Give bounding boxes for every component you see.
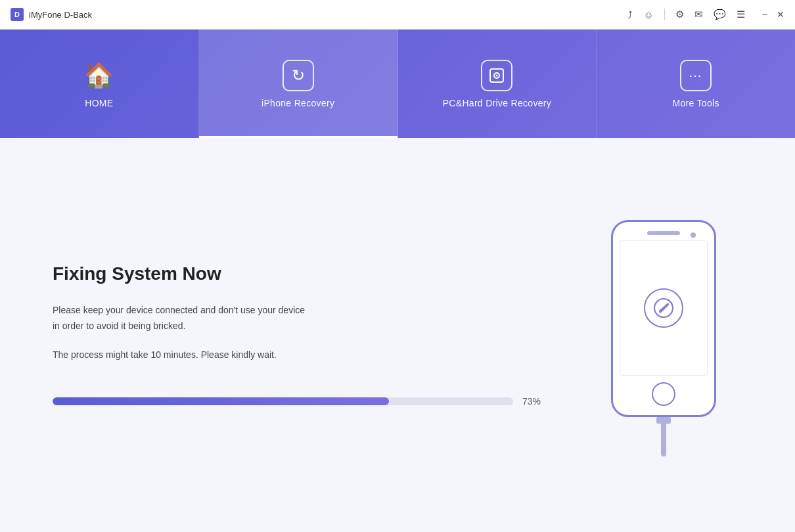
more-tools-icon: ⋯: [680, 60, 712, 91]
iphone-recovery-icon: ↻: [283, 60, 314, 91]
phone-body: [611, 220, 716, 417]
phone-screen: [620, 240, 708, 376]
mail-icon[interactable]: ✉: [694, 9, 703, 20]
minimize-button[interactable]: −: [762, 9, 767, 20]
app-name: iMyFone D-Back: [29, 10, 92, 20]
nav-pc-hard-drive[interactable]: PC&Hard Drive Recovery: [398, 30, 597, 138]
nav-pc-hard-drive-label: PC&Hard Drive Recovery: [443, 98, 551, 108]
nav-home-label: HOME: [85, 98, 113, 108]
menu-icon[interactable]: ☰: [737, 9, 745, 20]
nav-more-tools[interactable]: ⋯ More Tools: [597, 30, 795, 138]
phone-home-button: [652, 382, 675, 406]
phone-speaker: [647, 231, 680, 235]
app-logo: D: [11, 8, 24, 21]
cable-wire: [661, 424, 666, 456]
phone-illustration: [611, 220, 716, 456]
content-left: Fixing System Now Please keep your devic…: [53, 263, 585, 406]
progress-percent: 73%: [522, 396, 545, 407]
nav-more-tools-label: More Tools: [673, 98, 719, 108]
svg-point-2: [496, 74, 498, 76]
main-content: Fixing System Now Please keep your devic…: [0, 138, 795, 532]
progress-bar-bg: [53, 397, 513, 405]
fixing-title: Fixing System Now: [53, 263, 545, 284]
divider: [664, 9, 665, 20]
chat-icon[interactable]: 💬: [714, 9, 726, 20]
nav-bar: 🏠 HOME ↻ iPhone Recovery PC&Hard Drive R…: [0, 30, 795, 138]
share-icon[interactable]: ⤴: [627, 9, 633, 20]
progress-section: 73%: [53, 396, 545, 407]
settings-icon[interactable]: ⚙: [675, 9, 684, 20]
content-right: [585, 213, 742, 456]
fixing-desc-2: The process might take 10 minutes. Pleas…: [53, 347, 545, 363]
phone-cable: [658, 417, 670, 456]
progress-bar-fill: [53, 397, 389, 405]
title-bar: D iMyFone D-Back ⤴ ☺ ⚙ ✉ 💬 ☰ − ✕: [0, 0, 795, 30]
svg-point-4: [666, 304, 668, 306]
nav-iphone-recovery[interactable]: ↻ iPhone Recovery: [199, 30, 398, 138]
phone-camera: [691, 233, 696, 238]
nav-home[interactable]: 🏠 HOME: [0, 30, 199, 138]
pc-hard-drive-icon: [481, 60, 512, 91]
progress-bar-wrapper: 73%: [53, 396, 545, 407]
fixing-desc-1: Please keep your device connected and do…: [53, 303, 545, 334]
window-controls: − ✕: [762, 9, 784, 20]
repair-icon: [644, 288, 683, 328]
close-button[interactable]: ✕: [777, 9, 784, 20]
cable-connector: [656, 417, 671, 424]
nav-iphone-recovery-label: iPhone Recovery: [261, 98, 334, 108]
home-icon: 🏠: [83, 60, 115, 91]
title-bar-icons: ⤴ ☺ ⚙ ✉ 💬 ☰ − ✕: [627, 9, 784, 20]
person-icon[interactable]: ☺: [643, 9, 653, 20]
